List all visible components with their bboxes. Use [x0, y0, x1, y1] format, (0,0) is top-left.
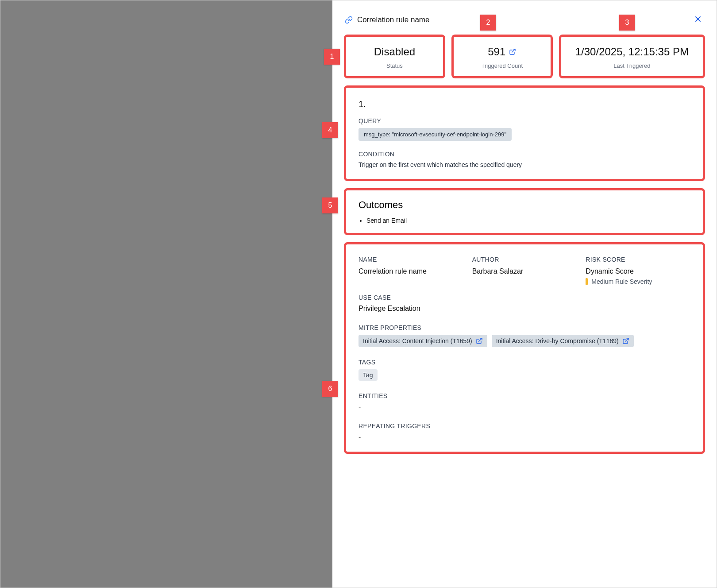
stat-row: 1 Disabled Status 591 Triggered Count 1/…: [345, 35, 704, 77]
outcomes-title: Outcomes: [358, 199, 690, 211]
svg-line-4: [625, 338, 628, 341]
condition-text: Trigger on the first event which matches…: [358, 161, 690, 168]
detail-panel: Correlation rule name 2 3 1 Disabled Sta…: [332, 0, 717, 588]
svg-line-2: [512, 49, 515, 52]
tags-row: Tag: [358, 369, 690, 381]
mitre-chip-row: Initial Access: Content Injection (T1659…: [358, 335, 690, 347]
last-triggered-value: 1/30/2025, 12:15:35 PM: [575, 46, 689, 58]
repeating-section: REPEATING TRIGGERS -: [358, 422, 690, 441]
tags-section: TAGS Tag: [358, 359, 690, 381]
link-icon: [345, 16, 353, 24]
query-label: QUERY: [358, 117, 690, 124]
condition-field: CONDITION Trigger on the first event whi…: [358, 151, 690, 168]
repeating-label: REPEATING TRIGGERS: [358, 422, 690, 429]
mitre-chip-text: Initial Access: Content Injection (T1659…: [363, 337, 472, 344]
name-label: NAME: [358, 256, 463, 263]
external-link-icon: [509, 48, 516, 55]
external-link-icon: [476, 337, 483, 344]
panel-header: Correlation rule name: [345, 13, 704, 27]
entities-section: ENTITIES -: [358, 392, 690, 411]
author-cell: AUTHOR Barbara Salazar: [472, 256, 577, 285]
severity-indicator: [586, 278, 588, 285]
entities-label: ENTITIES: [358, 392, 690, 399]
last-triggered-label: Last Triggered: [565, 62, 699, 69]
status-label: Status: [350, 62, 439, 69]
entities-value: -: [358, 403, 690, 411]
triggered-count-number: 591: [488, 46, 505, 58]
outcomes-section: 5 Outcomes Send an Email: [345, 189, 704, 234]
svg-line-3: [478, 338, 482, 341]
usecase-section: USE CASE Privilege Escalation: [358, 294, 690, 313]
outcome-item: Send an Email: [366, 217, 690, 224]
severity-row: Medium Rule Severity: [586, 278, 690, 285]
outcomes-list: Send an Email: [358, 217, 690, 224]
query-section: 4 1. QUERY msg_type: "microsoft-evsecuri…: [345, 86, 704, 180]
tag-chip[interactable]: Tag: [358, 369, 378, 381]
name-cell: NAME Correlation rule name: [358, 256, 463, 285]
risk-cell: RISK SCORE Dynamic Score Medium Rule Sev…: [586, 256, 690, 285]
callout-1: 1: [324, 49, 340, 65]
details-grid: NAME Correlation rule name AUTHOR Barbar…: [358, 256, 690, 285]
last-triggered-card: 1/30/2025, 12:15:35 PM Last Triggered: [560, 35, 704, 77]
query-field: QUERY msg_type: "microsoft-evsecurity-ce…: [358, 117, 690, 141]
callout-6: 6: [322, 381, 338, 397]
callout-2: 2: [480, 15, 496, 31]
author-value: Barbara Salazar: [472, 267, 577, 275]
query-step-number: 1.: [358, 99, 690, 109]
details-section: 6 NAME Correlation rule name AUTHOR Barb…: [345, 243, 704, 453]
name-value: Correlation rule name: [358, 267, 463, 275]
status-card: 1 Disabled Status: [345, 35, 444, 77]
severity-text: Medium Rule Severity: [591, 278, 652, 285]
risk-value: Dynamic Score: [586, 267, 690, 275]
query-value: msg_type: "microsoft-evsecurity-cef-endp…: [358, 128, 512, 141]
usecase-value: Privilege Escalation: [358, 305, 690, 313]
mitre-section: MITRE PROPERTIES Initial Access: Content…: [358, 324, 690, 347]
risk-label: RISK SCORE: [586, 256, 690, 263]
modal-backdrop: [0, 0, 332, 588]
panel-title-wrap: Correlation rule name: [345, 15, 429, 24]
mitre-chip-text: Initial Access: Drive-by Compromise (T11…: [496, 337, 619, 344]
panel-title: Correlation rule name: [357, 15, 429, 24]
mitre-chip[interactable]: Initial Access: Drive-by Compromise (T11…: [492, 335, 634, 347]
triggered-count-label: Triggered Count: [457, 62, 547, 69]
triggered-count-value: 591: [488, 46, 516, 58]
close-icon: [694, 15, 702, 25]
external-link-icon: [622, 337, 629, 344]
condition-label: CONDITION: [358, 151, 690, 158]
triggered-count-card[interactable]: 591 Triggered Count: [452, 35, 552, 77]
callout-4: 4: [322, 122, 338, 138]
callout-3: 3: [619, 15, 635, 31]
usecase-label: USE CASE: [358, 294, 690, 301]
tags-label: TAGS: [358, 359, 690, 366]
status-value: Disabled: [374, 46, 415, 58]
mitre-chip[interactable]: Initial Access: Content Injection (T1659…: [358, 335, 487, 347]
repeating-value: -: [358, 433, 690, 441]
close-button[interactable]: [692, 13, 704, 27]
mitre-label: MITRE PROPERTIES: [358, 324, 690, 331]
callout-5: 5: [322, 197, 338, 213]
author-label: AUTHOR: [472, 256, 577, 263]
